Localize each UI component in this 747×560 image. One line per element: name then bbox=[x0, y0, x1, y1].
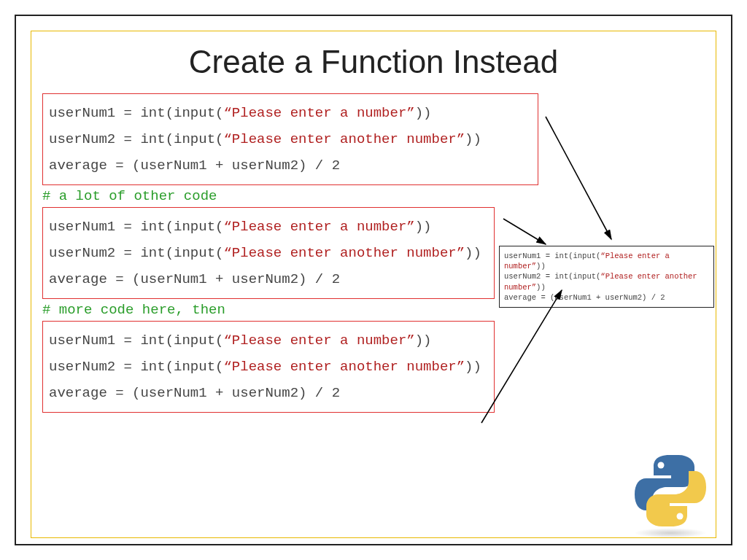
arrow-2 bbox=[503, 219, 546, 244]
arrow-3 bbox=[481, 290, 562, 423]
svg-point-1 bbox=[677, 513, 684, 520]
svg-point-0 bbox=[658, 462, 665, 469]
arrow-1 bbox=[546, 117, 611, 239]
python-logo-icon bbox=[630, 451, 711, 531]
